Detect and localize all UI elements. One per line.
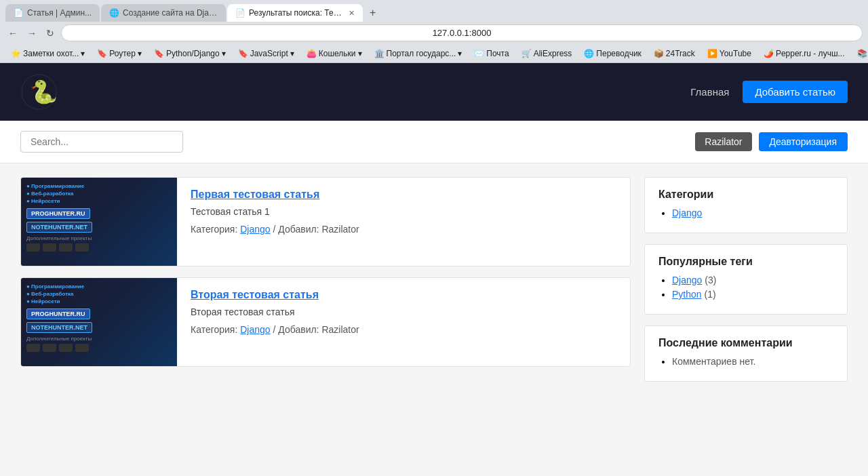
article-title[interactable]: Первая тестовая статья [191,189,616,201]
tag-link-django[interactable]: Django [672,275,702,285]
article-card: ● Программирование ● Веб-разработка ● Не… [20,177,631,266]
sidebar-popular-tags: Популярные теги Django (3) Python (1) [644,244,848,315]
address-bar-row: ← → ↻ [0,22,868,45]
tab-1[interactable]: 📄 Статья | Админ... [5,4,100,22]
logo-icon: 🐍 [20,73,58,111]
sidebar: Категории Django Популярные теги Django … [644,177,848,382]
tags-list: Django (3) Python (1) [658,275,833,300]
popular-tags-title: Популярные теги [658,256,833,268]
bookmark-label: Кошельки [319,49,356,58]
bookmark-icon: 📦 [654,49,664,58]
search-input[interactable] [20,131,183,153]
search-section: Razilator Деавторизация [0,121,868,163]
article-meta: Категория: Django / Добавил: Razilator [191,224,616,235]
forward-button[interactable]: → [24,25,39,41]
bookmark-pochta[interactable]: ✉️ Почта [469,47,514,60]
article-body: Вторая тестовая статья Вторая тестовая с… [177,278,630,366]
site-header: 🐍 Главная Добавить статью [0,63,868,121]
page-content: 🐍 Главная Добавить статью Razilator Деав… [0,63,868,456]
article-card: ● Программирование ● Веб-разработка ● Не… [20,277,631,367]
bookmark-icon: 🏛️ [374,49,384,58]
article-category-link[interactable]: Django [240,324,270,335]
tab2-favicon: 🌐 [109,8,119,18]
bookmark-python-django[interactable]: 🔖 Python/Django ▾ [149,47,231,60]
bookmark-koshelki[interactable]: 👛 Кошельки ▾ [301,47,368,60]
bookmark-icon: ⭐ [11,49,21,58]
bookmark-baza[interactable]: 📚 База Курсов [852,47,868,60]
bookmark-pepper[interactable]: 🌶️ Pepper.ru - лучш... [758,47,850,60]
article-category-link[interactable]: Django [240,224,270,235]
sidebar-recent-comments: Последние комментарии Комментариев нет. [644,325,848,382]
tag-link-python[interactable]: Python [672,289,702,300]
no-comments-text: Комментариев нет. [672,356,755,367]
tab-3[interactable]: 📄 Результаты поиска: Тес... ✕ [227,4,363,22]
user-badge: Razilator [695,132,751,151]
recent-comments-title: Последние комментарии [658,337,833,349]
tag-count: (3) [705,275,716,285]
browser-window: 📄 Статья | Админ... 🌐 Создание сайта на … [0,0,868,63]
nav-home-link[interactable]: Главная [690,86,729,98]
tab3-favicon: 📄 [235,8,245,18]
bookmark-icon: 📚 [857,49,867,58]
youtube-icon: ▶️ [707,49,717,58]
reload-button[interactable]: ↻ [43,25,57,41]
bookmark-aliexpress[interactable]: 🛒 AliExpress [516,47,578,60]
tab3-title: Результаты поиска: Тес... [249,8,342,18]
bookmark-portal[interactable]: 🏛️ Портал государс... ▾ [369,47,468,60]
article-excerpt: Тестовая статья 1 [191,206,616,217]
tab-bar: 📄 Статья | Админ... 🌐 Создание сайта на … [0,0,868,22]
list-item: Django (3) [672,275,833,285]
article-excerpt: Вторая тестовая статья [191,306,616,317]
tab-2[interactable]: 🌐 Создание сайта на Djang... [101,4,226,22]
list-item: Комментариев нет. [672,356,833,367]
main-content: ● Программирование ● Веб-разработка ● Не… [0,163,868,395]
article-meta: Категория: Django / Добавил: Razilator [191,324,616,335]
logout-button[interactable]: Деавторизация [759,132,848,151]
bookmark-24track[interactable]: 📦 24Track [648,47,701,60]
article-title[interactable]: Вторая тестовая статья [191,289,616,301]
bookmark-label: AliExpress [534,49,572,58]
bookmark-label: Переводчик [596,49,642,58]
bookmark-label: 24Track [666,49,695,58]
bookmark-label: YouTube [719,49,751,58]
site-navigation: Главная Добавить статью [690,81,848,103]
tab2-title: Создание сайта на Djang... [123,8,218,18]
categories-list: Django [658,207,833,218]
comments-list: Комментариев нет. [658,356,833,367]
bookmark-youtube[interactable]: ▶️ YouTube [702,47,757,60]
bookmark-label: Python/Django [166,49,220,58]
bookmark-icon: 🔖 [238,49,248,58]
list-item: Django [672,207,833,218]
bookmark-router[interactable]: 🔖 Роутер ▾ [92,47,147,60]
article-thumbnail: ● Программирование ● Веб-разработка ● Не… [21,278,177,366]
tag-count: (1) [704,289,715,300]
sidebar-categories: Категории Django [644,177,848,233]
bookmark-label: Заметки охот... [23,49,79,58]
article-body: Первая тестовая статья Тестовая статья 1… [177,178,630,266]
articles-section: ● Программирование ● Веб-разработка ● Не… [20,177,631,382]
bookmark-javascript[interactable]: 🔖 JavaScript ▾ [233,47,300,60]
new-tab-button[interactable]: + [364,4,381,22]
bookmark-icon: 🛒 [521,49,532,58]
bookmark-label: Pepper.ru - лучш... [776,49,845,58]
tab1-title: Статья | Админ... [27,8,92,18]
category-link[interactable]: Django [672,207,702,218]
categories-title: Категории [658,189,833,201]
bookmark-icon: 👛 [307,49,317,58]
bookmarks-bar: ⭐ Заметки охот... ▾ 🔖 Роутер ▾ 🔖 Python/… [0,45,868,63]
bookmark-zametki[interactable]: ⭐ Заметки охот... ▾ [5,47,90,60]
svg-text:🐍: 🐍 [30,79,58,106]
bookmark-translator[interactable]: 🌐 Переводчик [578,47,647,60]
bookmark-label: Почта [486,49,509,58]
back-button[interactable]: ← [5,25,20,41]
site-logo: 🐍 [20,73,58,111]
bookmark-icon: 🔖 [154,49,164,58]
bookmark-label: JavaScript [250,49,288,58]
search-right: Razilator Деавторизация [695,132,848,151]
article-thumbnail: ● Программирование ● Веб-разработка ● Не… [21,178,177,266]
bookmark-label: Портал государс... [387,49,456,58]
tab3-close-icon[interactable]: ✕ [349,9,355,18]
bookmark-icon: 🌶️ [764,49,774,58]
add-article-button[interactable]: Добавить статью [743,81,848,103]
address-input[interactable] [61,24,863,41]
